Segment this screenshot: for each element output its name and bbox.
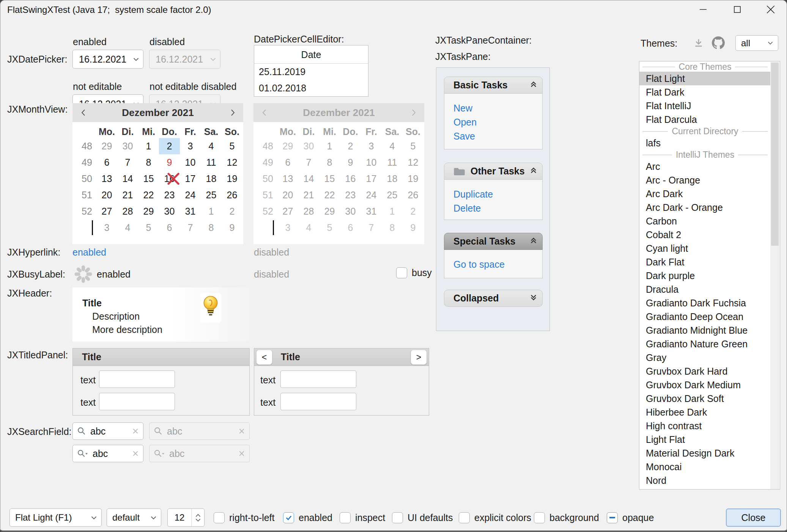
titled-panel-left-button[interactable]: < [256, 350, 272, 365]
checkbox-group-enabled[interactable]: enabled [283, 508, 332, 527]
taskpane-link-open[interactable]: Open [453, 115, 542, 129]
checkbox-opaque[interactable] [607, 512, 618, 523]
checkbox-group-right-to-left[interactable]: right-to-left [214, 508, 274, 527]
day-cell[interactable]: 8 [138, 154, 159, 171]
datepicker-enabled[interactable]: 16.12.2021 [72, 50, 143, 69]
day-cell[interactable]: 21 [117, 187, 138, 203]
day-cell[interactable]: 24 [180, 187, 201, 203]
hyperlink-enabled[interactable]: enabled [72, 247, 106, 257]
search-field-with-menu[interactable] [72, 445, 143, 462]
day-cell[interactable]: 30 [159, 203, 180, 220]
day-cell[interactable]: 2 [222, 203, 242, 220]
checkbox-group-inspect[interactable]: inspect [340, 508, 385, 527]
taskpane-header[interactable]: Collapsed [444, 290, 543, 307]
text-field[interactable] [99, 393, 175, 410]
theme-list-item[interactable]: Gradianto Deep Ocean [639, 310, 771, 323]
day-cell[interactable]: 14 [117, 171, 138, 187]
day-cell[interactable]: 5 [222, 138, 242, 154]
day-cell[interactable]: 16 [159, 171, 180, 187]
day-cell[interactable]: 28 [117, 203, 138, 220]
day-cell[interactable]: 6 [96, 154, 117, 171]
theme-list-item[interactable]: High contrast [639, 419, 771, 433]
taskpane-link-duplicate[interactable]: Duplicate [453, 187, 542, 201]
day-cell[interactable]: 20 [96, 187, 117, 203]
taskpane-link-go-to-space[interactable]: Go to space [453, 257, 542, 271]
spinner-buttons[interactable] [191, 509, 204, 526]
checkbox-group-opaque[interactable]: opaque [607, 508, 654, 527]
theme-list-item[interactable]: Cobalt 2 [639, 228, 771, 242]
checkbox-enabled[interactable] [283, 512, 294, 523]
theme-list-item[interactable]: Flat IntelliJ [639, 99, 771, 113]
search-input[interactable] [86, 426, 132, 437]
theme-list-item[interactable]: Gruvbox Dark Soft [639, 392, 771, 405]
day-cell[interactable]: 30 [117, 138, 138, 154]
theme-list-item[interactable]: Flat Dark [639, 85, 771, 99]
day-cell[interactable]: 22 [138, 187, 159, 203]
theme-list-item[interactable]: Gradianto Dark Fuchsia [639, 296, 771, 310]
theme-list-item[interactable]: Gray [639, 351, 771, 364]
day-cell[interactable]: 4 [117, 220, 138, 236]
day-cell[interactable]: 29 [96, 138, 117, 154]
day-cell[interactable]: 15 [138, 171, 159, 187]
day-cell[interactable]: 3 [180, 138, 201, 154]
day-cell[interactable]: 6 [159, 220, 180, 236]
day-cell[interactable]: 8 [201, 220, 222, 236]
clear-icon[interactable] [132, 428, 139, 434]
theme-list-item[interactable]: Gradianto Midnight Blue [639, 323, 771, 337]
laf-combo[interactable]: Flat Light (F1) [9, 508, 102, 527]
theme-list-item[interactable]: Hiberbee Dark [639, 405, 771, 419]
chevron-double-up-icon[interactable] [530, 237, 537, 245]
taskpane-link-delete[interactable]: Delete [453, 201, 542, 215]
clear-icon[interactable] [132, 450, 139, 457]
theme-list-item[interactable]: Material Design Dark [639, 446, 771, 460]
busy-checkbox-group[interactable]: busy [396, 265, 432, 280]
day-cell[interactable]: 3 [96, 220, 117, 236]
checkbox-group-background[interactable]: background [534, 508, 599, 527]
taskpane-link-new[interactable]: New [453, 101, 542, 115]
text-field[interactable] [99, 370, 175, 388]
day-cell[interactable]: 9 [222, 220, 242, 236]
table-row[interactable]: 25.11.2019 [254, 64, 368, 80]
datepicker-value[interactable]: 16.12.2021 [73, 54, 129, 65]
font-size-spinner[interactable]: 12 [167, 508, 205, 527]
day-cell[interactable]: 27 [96, 203, 117, 220]
theme-list-item[interactable]: Flat Darcula [639, 113, 771, 126]
theme-list-item[interactable]: Gruvbox Dark Medium [639, 378, 771, 392]
taskpane-header[interactable]: Other Tasks [444, 163, 543, 180]
day-cell[interactable]: 10 [180, 154, 201, 171]
busy-checkbox[interactable] [396, 267, 407, 278]
theme-list-item[interactable]: Flat Light [639, 72, 771, 85]
checkbox-background[interactable] [534, 512, 545, 523]
day-cell[interactable]: 18 [201, 171, 222, 187]
day-cell[interactable]: 17 [180, 171, 201, 187]
download-themes-button[interactable] [692, 36, 705, 50]
search-input[interactable] [88, 448, 132, 459]
day-cell[interactable]: 25 [201, 187, 222, 203]
theme-list-item[interactable]: Arc [639, 160, 771, 173]
text-field[interactable] [280, 393, 356, 410]
day-cell[interactable]: 1 [138, 138, 159, 154]
theme-list-item[interactable]: Dark purple [639, 269, 771, 282]
checkbox-inspect[interactable] [340, 512, 351, 523]
scrollbar-track[interactable] [770, 62, 779, 490]
day-cell[interactable]: 19 [222, 171, 242, 187]
day-cell[interactable]: 13 [96, 171, 117, 187]
theme-list-item[interactable]: Nord [639, 474, 771, 487]
taskpane-link-save[interactable]: Save [453, 129, 542, 143]
theme-list-item[interactable]: Gradianto Nature Green [639, 337, 771, 351]
theme-list-item[interactable]: Carbon [639, 214, 771, 228]
font-combo[interactable]: default [107, 508, 161, 527]
next-month-button[interactable] [222, 109, 243, 116]
chevron-double-up-icon[interactable] [530, 81, 537, 89]
theme-list-item[interactable]: Monocai [639, 460, 771, 474]
taskpane-header[interactable]: Special Tasks [444, 233, 543, 250]
themes-filter-combo[interactable]: all [735, 35, 778, 51]
theme-list-item[interactable]: Gruvbox Dark Hard [639, 364, 771, 378]
theme-list-item[interactable]: Light Flat [639, 433, 771, 446]
chevron-double-down-icon[interactable] [530, 294, 537, 302]
day-cell[interactable]: 12 [222, 154, 242, 171]
theme-list-item[interactable]: lafs [639, 136, 771, 150]
day-cell[interactable]: 9 [159, 154, 180, 171]
checkbox-group-explicit-colors[interactable]: explicit colors [459, 508, 531, 527]
github-button[interactable] [711, 35, 726, 50]
